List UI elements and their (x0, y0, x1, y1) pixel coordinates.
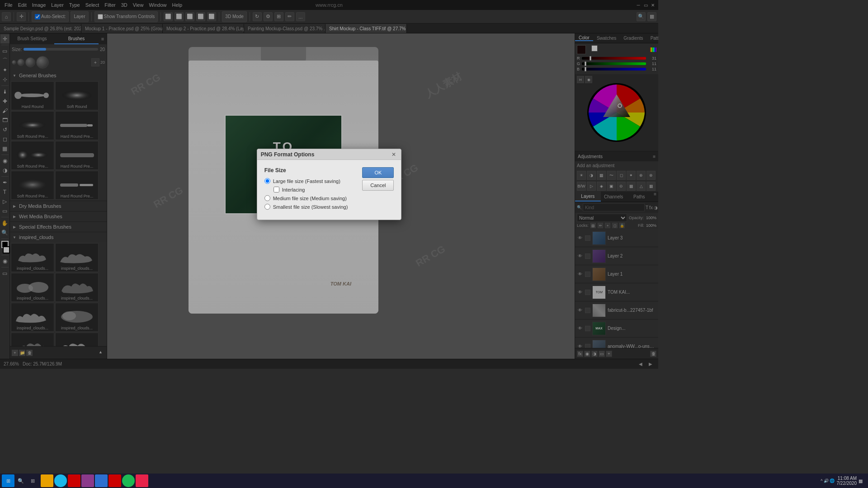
radio-medium[interactable] (264, 195, 270, 201)
checkbox-interlacing[interactable] (274, 187, 279, 192)
modal-titlebar: PNG Format Options ✕ (257, 149, 401, 160)
cancel-button[interactable]: Cancel (362, 180, 394, 191)
modal-body: File Size Large file size (Fastest savin… (257, 160, 401, 220)
modal-close-button[interactable]: ✕ (390, 151, 397, 158)
option-smallest: Smallest file size (Slowest saving) (264, 204, 348, 210)
modal-overlay: PNG Format Options ✕ File Size Large fil… (0, 0, 658, 369)
modal-buttons: OK Cancel (362, 167, 394, 212)
modal-content-row: File Size Large file size (Fastest savin… (264, 167, 394, 212)
option-interlacing: Interlacing (274, 187, 348, 192)
option-interlacing-label: Interlacing (282, 187, 305, 192)
modal-options: File Size Large file size (Fastest savin… (264, 167, 348, 212)
option-large-label: Large file size (Fastest saving) (273, 178, 340, 184)
option-medium-label: Medium file size (Medium saving) (273, 196, 347, 201)
radio-large[interactable] (264, 178, 270, 184)
png-format-modal: PNG Format Options ✕ File Size Large fil… (257, 149, 402, 220)
radio-smallest[interactable] (264, 204, 270, 210)
option-medium: Medium file size (Medium saving) (264, 195, 348, 201)
option-large: Large file size (Fastest saving) (264, 178, 348, 184)
modal-title: PNG Format Options (261, 151, 391, 158)
option-smallest-label: Smallest file size (Slowest saving) (273, 204, 348, 210)
file-size-title: File Size (264, 167, 348, 174)
ok-button[interactable]: OK (362, 167, 394, 178)
